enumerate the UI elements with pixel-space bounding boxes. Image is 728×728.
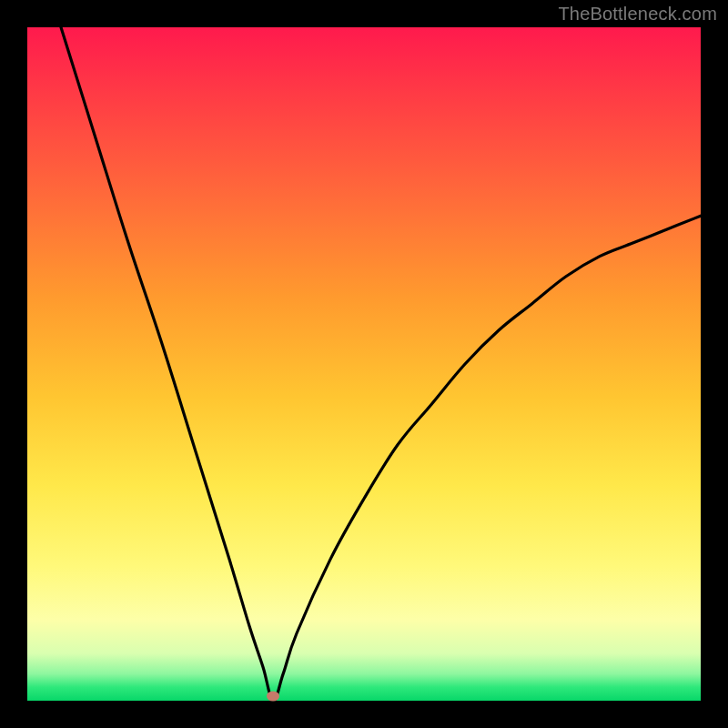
minimum-marker [267,691,279,701]
plot-area [27,27,701,701]
chart-frame: TheBottleneck.com [0,0,728,728]
bottleneck-curve [27,27,701,701]
watermark-text: TheBottleneck.com [558,4,717,25]
